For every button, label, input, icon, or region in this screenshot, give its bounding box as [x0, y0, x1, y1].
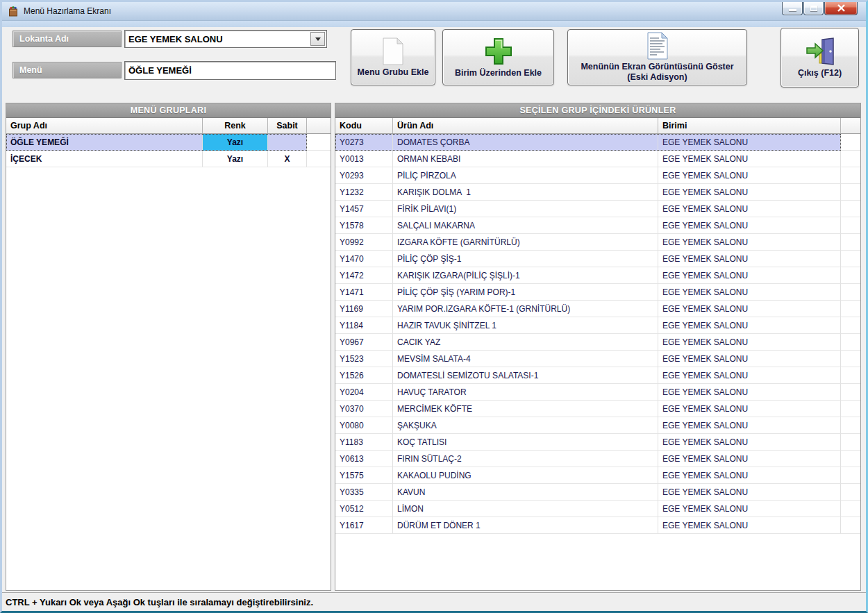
product-unit-cell[interactable]: EGE YEMEK SALONU	[658, 484, 841, 501]
restaurant-name-select[interactable]: EGE YEMEK SALONU	[124, 30, 327, 48]
product-name-cell[interactable]: SALÇALI MAKARNA	[393, 217, 658, 234]
product-unit-cell[interactable]: EGE YEMEK SALONU	[658, 234, 841, 251]
product-code-cell[interactable]: Y0512	[335, 501, 393, 517]
maximize-button[interactable]	[803, 1, 824, 15]
product-code-cell[interactable]: Y1472	[335, 267, 393, 284]
product-code-cell[interactable]: Y0273	[335, 134, 393, 151]
product-row[interactable]: Y1471PİLİÇ ÇÖP ŞİŞ (YARIM POR)-1EGE YEME…	[335, 284, 860, 301]
product-code-cell[interactable]: Y0370	[335, 401, 393, 417]
product-unit-cell[interactable]: EGE YEMEK SALONU	[658, 217, 841, 234]
product-name-cell[interactable]: KAKAOLU PUDİNG	[393, 467, 658, 484]
product-unit-cell[interactable]: EGE YEMEK SALONU	[658, 151, 841, 167]
product-code-cell[interactable]: Y1471	[335, 284, 393, 301]
product-row[interactable]: Y1526DOMATESLİ SEMİZOTU SALATASI-1EGE YE…	[335, 367, 860, 384]
product-unit-cell[interactable]: EGE YEMEK SALONU	[658, 501, 841, 517]
product-unit-cell[interactable]: EGE YEMEK SALONU	[658, 384, 841, 401]
exit-button[interactable]: Çıkış (F12)	[781, 28, 859, 87]
product-unit-cell[interactable]: EGE YEMEK SALONU	[658, 301, 841, 317]
product-code-cell[interactable]: Y1232	[335, 184, 393, 201]
product-code-cell[interactable]: Y1457	[335, 201, 393, 217]
product-code-cell[interactable]: Y0204	[335, 384, 393, 401]
group-renk-cell[interactable]: Yazı	[203, 134, 268, 151]
product-code-cell[interactable]: Y0013	[335, 151, 393, 167]
product-code-cell[interactable]: Y1575	[335, 467, 393, 484]
product-code-cell[interactable]: Y1183	[335, 434, 393, 451]
product-row[interactable]: Y1232KARIŞIK DOLMA 1EGE YEMEK SALONU	[335, 184, 860, 201]
product-name-cell[interactable]: HAVUÇ TARATOR	[393, 384, 658, 401]
product-unit-cell[interactable]: EGE YEMEK SALONU	[658, 167, 841, 184]
product-code-cell[interactable]: Y0613	[335, 451, 393, 467]
dropdown-button[interactable]	[310, 32, 325, 46]
product-row[interactable]: Y1183KOÇ TATLISIEGE YEMEK SALONU	[335, 434, 860, 451]
product-row[interactable]: Y1472KARIŞIK IZGARA(PİLİÇ ŞİŞLİ)-1EGE YE…	[335, 267, 860, 284]
product-name-cell[interactable]: LİMON	[393, 501, 658, 517]
product-unit-cell[interactable]: EGE YEMEK SALONU	[658, 467, 841, 484]
product-row[interactable]: Y0293PİLİÇ PİRZOLAEGE YEMEK SALONU	[335, 167, 860, 184]
product-unit-cell[interactable]: EGE YEMEK SALONU	[658, 184, 841, 201]
product-name-cell[interactable]: DOMATES ÇORBA	[393, 134, 658, 151]
product-row[interactable]: Y0335KAVUNEGE YEMEK SALONU	[335, 484, 860, 501]
product-unit-cell[interactable]: EGE YEMEK SALONU	[658, 367, 841, 384]
product-unit-cell[interactable]: EGE YEMEK SALONU	[658, 451, 841, 467]
product-code-cell[interactable]: Y1184	[335, 317, 393, 334]
product-name-cell[interactable]: PİLİÇ ÇÖP ŞİŞ (YARIM POR)-1	[393, 284, 658, 301]
group-sabit-cell[interactable]: X	[268, 151, 307, 167]
group-sabit-cell[interactable]	[268, 134, 307, 151]
minimize-button[interactable]	[782, 1, 803, 15]
product-code-cell[interactable]: Y1470	[335, 251, 393, 267]
product-row[interactable]: Y1184HAZIR TAVUK ŞİNİTZEL 1EGE YEMEK SAL…	[335, 317, 860, 334]
product-name-cell[interactable]: KAVUN	[393, 484, 658, 501]
product-code-cell[interactable]: Y1578	[335, 217, 393, 234]
product-row[interactable]: Y1470PİLİÇ ÇÖP ŞİŞ-1EGE YEMEK SALONU	[335, 251, 860, 267]
product-code-cell[interactable]: Y0992	[335, 234, 393, 251]
product-row[interactable]: Y1578SALÇALI MAKARNAEGE YEMEK SALONU	[335, 217, 860, 234]
group-renk-cell[interactable]: Yazı	[203, 151, 268, 167]
product-row[interactable]: Y1575KAKAOLU PUDİNGEGE YEMEK SALONU	[335, 467, 860, 484]
product-name-cell[interactable]: DÜRÜM ET DÖNER 1	[393, 517, 658, 534]
product-name-cell[interactable]: FİRİK PİLAVI(1)	[393, 201, 658, 217]
add-menu-group-button[interactable]: Menu Grubu Ekle	[351, 29, 435, 85]
product-row[interactable]: Y1523MEVSİM SALATA-4EGE YEMEK SALONU	[335, 351, 860, 367]
group-name-cell[interactable]: ÖĞLE YEMEĞİ	[6, 134, 203, 151]
product-name-cell[interactable]: MEVSİM SALATA-4	[393, 351, 658, 367]
menu-input[interactable]: ÖĞLE YEMEĞİ	[124, 61, 336, 80]
product-code-cell[interactable]: Y1523	[335, 351, 393, 367]
titlebar[interactable]: Menü Hazırlama Ekranı	[2, 2, 866, 21]
product-unit-cell[interactable]: EGE YEMEK SALONU	[658, 434, 841, 451]
product-name-cell[interactable]: YARIM POR.IZGARA KÖFTE-1 (GRNİTÜRLÜ)	[393, 301, 658, 317]
product-code-cell[interactable]: Y0335	[335, 484, 393, 501]
product-unit-cell[interactable]: EGE YEMEK SALONU	[658, 251, 841, 267]
product-name-cell[interactable]: ORMAN KEBABI	[393, 151, 658, 167]
product-code-cell[interactable]: Y0293	[335, 167, 393, 184]
product-unit-cell[interactable]: EGE YEMEK SALONU	[658, 134, 841, 151]
product-unit-cell[interactable]: EGE YEMEK SALONU	[658, 351, 841, 367]
product-row[interactable]: Y1457FİRİK PİLAVI(1)EGE YEMEK SALONU	[335, 201, 860, 217]
product-unit-cell[interactable]: EGE YEMEK SALONU	[658, 334, 841, 351]
product-name-cell[interactable]: MERCİMEK KÖFTE	[393, 401, 658, 417]
product-unit-cell[interactable]: EGE YEMEK SALONU	[658, 417, 841, 434]
group-row[interactable]: ÖĞLE YEMEĞİYazı	[6, 134, 331, 151]
product-row[interactable]: Y1617DÜRÜM ET DÖNER 1EGE YEMEK SALONU	[335, 517, 860, 534]
product-code-cell[interactable]: Y1169	[335, 301, 393, 317]
product-unit-cell[interactable]: EGE YEMEK SALONU	[658, 517, 841, 534]
product-row[interactable]: Y0080ŞAKŞUKAEGE YEMEK SALONU	[335, 417, 860, 434]
product-row[interactable]: Y1169YARIM POR.IZGARA KÖFTE-1 (GRNİTÜRLÜ…	[335, 301, 860, 317]
add-by-unit-button[interactable]: Birim Üzerinden Ekle	[442, 29, 554, 85]
show-menu-screenshot-button[interactable]: Menünün Ekran Görüntüsünü Göster (Eski A…	[567, 29, 747, 85]
product-name-cell[interactable]: HAZIR TAVUK ŞİNİTZEL 1	[393, 317, 658, 334]
product-row[interactable]: Y0967CACIK YAZEGE YEMEK SALONU	[335, 334, 860, 351]
product-name-cell[interactable]: CACIK YAZ	[393, 334, 658, 351]
product-unit-cell[interactable]: EGE YEMEK SALONU	[658, 317, 841, 334]
product-row[interactable]: Y0204HAVUÇ TARATOREGE YEMEK SALONU	[335, 384, 860, 401]
product-name-cell[interactable]: FIRIN SÜTLAÇ-2	[393, 451, 658, 467]
product-row[interactable]: Y0613FIRIN SÜTLAÇ-2EGE YEMEK SALONU	[335, 451, 860, 467]
product-code-cell[interactable]: Y1526	[335, 367, 393, 384]
product-name-cell[interactable]: PİLİÇ PİRZOLA	[393, 167, 658, 184]
product-name-cell[interactable]: ŞAKŞUKA	[393, 417, 658, 434]
product-name-cell[interactable]: IZGARA KÖFTE (GARNİTÜRLÜ)	[393, 234, 658, 251]
product-name-cell[interactable]: DOMATESLİ SEMİZOTU SALATASI-1	[393, 367, 658, 384]
product-row[interactable]: Y0013ORMAN KEBABIEGE YEMEK SALONU	[335, 151, 860, 167]
product-row[interactable]: Y0370MERCİMEK KÖFTEEGE YEMEK SALONU	[335, 401, 860, 417]
product-row[interactable]: Y0992IZGARA KÖFTE (GARNİTÜRLÜ)EGE YEMEK …	[335, 234, 860, 251]
product-name-cell[interactable]: KARIŞIK DOLMA 1	[393, 184, 658, 201]
